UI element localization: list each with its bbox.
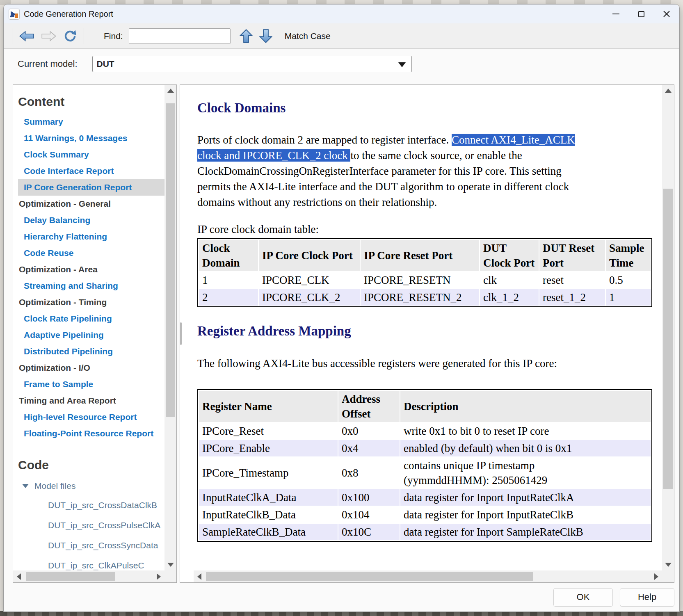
back-button[interactable]: [19, 30, 34, 42]
column-header: Sample Time: [606, 240, 651, 271]
model-file-link[interactable]: DUT_ip_src_CrossDataClkB: [13, 495, 164, 515]
clock-table-caption: IP core clock domain table:: [197, 223, 655, 236]
scroll-up-arrow[interactable]: [164, 85, 176, 96]
register-mapping-heading: Register Address Mapping: [197, 324, 655, 339]
sidebar-item-ip-core-generation-report[interactable]: IP Core Generation Report: [18, 179, 164, 196]
scroll-left-arrow[interactable]: [194, 570, 205, 582]
sidebar-item-hierarchy-flattening[interactable]: Hierarchy Flattening: [13, 228, 164, 245]
scroll-up-arrow[interactable]: [662, 85, 674, 96]
code-generation-report-window: Code Generation Report: [3, 4, 680, 612]
sidebar-item-frame-to-sample[interactable]: Frame to Sample: [13, 376, 164, 392]
toolbar-separator: [12, 28, 12, 44]
panel-splitter-handle[interactable]: [180, 322, 182, 345]
table-cell: reset_1_2: [539, 289, 605, 306]
table-cell: data register for Inport InputRateClkA: [400, 489, 651, 506]
sidebar-vertical-scrollbar[interactable]: [164, 85, 176, 570]
sidebar-item-code-interface-report[interactable]: Code Interface Report: [13, 163, 164, 179]
register-mapping-paragraph: The following AXI4-Lite bus accessible r…: [197, 356, 655, 371]
table-cell: 0x4: [338, 440, 400, 456]
current-model-value: DUT: [97, 59, 114, 69]
scrollbar-thumb[interactable]: [26, 572, 115, 581]
minimize-button[interactable]: [603, 5, 628, 23]
back-arrow-icon: [19, 30, 34, 42]
register-address-table: Register NameAddress OffsetDescriptionIP…: [197, 389, 652, 542]
table-cell: write 0x1 to bit 0 to reset IP core: [400, 423, 651, 439]
table-cell: 1: [606, 289, 651, 306]
paragraph-line: domains without any restrictions on thei…: [197, 194, 655, 210]
match-case-toggle[interactable]: Match Case: [281, 30, 334, 43]
table-cell: IPCORE_RESETN_2: [361, 289, 479, 306]
sidebar-item-clock-rate-pipelining[interactable]: Clock Rate Pipelining: [13, 310, 164, 327]
scroll-right-arrow[interactable]: [651, 570, 662, 582]
main-area: Content Summary11 Warnings, 0 MessagesCl…: [4, 78, 679, 583]
table-cell: IPCORE_CLK: [259, 272, 360, 288]
scrollbar-thumb[interactable]: [166, 103, 175, 417]
toolbar: Find: Match Case: [4, 23, 679, 49]
navigation-list: Content Summary11 Warnings, 0 MessagesCl…: [13, 85, 164, 572]
sidebar-item-delay-balancing[interactable]: Delay Balancing: [13, 212, 164, 228]
clock-domain-table: Clock DomainIP Core Clock PortIP Core Re…: [197, 238, 652, 307]
column-header: IP Core Clock Port: [259, 240, 360, 271]
model-files-group[interactable]: Model files: [13, 477, 164, 495]
find-next-button[interactable]: [259, 29, 272, 43]
sidebar-item-timing-and-area-report: Timing and Area Report: [13, 392, 164, 409]
report-horizontal-scrollbar[interactable]: [194, 570, 662, 582]
report-vertical-scrollbar[interactable]: [662, 85, 674, 570]
table-row: 2IPCORE_CLK_2IPCORE_RESETN_2clk_1_2reset…: [199, 289, 651, 306]
sidebar-item-high-level-resource-report[interactable]: High-level Resource Report: [13, 409, 164, 425]
model-file-link[interactable]: DUT_ip_src_ClkAPulseC: [13, 555, 164, 572]
scroll-down-arrow[interactable]: [164, 559, 176, 570]
scroll-down-arrow[interactable]: [662, 559, 674, 570]
table-cell: reset: [539, 272, 605, 288]
scrollbar-thumb[interactable]: [663, 189, 673, 489]
code-heading: Code: [13, 442, 164, 477]
down-arrow-icon: [259, 29, 272, 43]
paragraph-text: ClockDomainCrossingOnRegisterInterface p…: [197, 165, 562, 177]
sidebar-item-floating-point-resource-report[interactable]: Floating-Point Resource Report: [13, 425, 164, 442]
scroll-left-arrow[interactable]: [13, 570, 25, 582]
model-file-link[interactable]: DUT_ip_src_CrossSyncData: [13, 535, 164, 555]
paragraph-line: ClockDomainCrossingOnRegisterInterface p…: [197, 163, 655, 179]
sidebar-item-11-warnings-0-messages[interactable]: 11 Warnings, 0 Messages: [13, 130, 164, 146]
column-header: Description: [400, 391, 651, 422]
model-file-link[interactable]: DUT_ip_src_CrossPulseClkA: [13, 515, 164, 535]
refresh-button[interactable]: [63, 30, 77, 43]
sidebar-item-summary[interactable]: Summary: [13, 114, 164, 130]
sidebar-item-adaptive-pipelining[interactable]: Adaptive Pipelining: [13, 327, 164, 343]
table-cell: IPCore_Enable: [199, 440, 338, 456]
sidebar-horizontal-scrollbar[interactable]: [13, 570, 164, 582]
sidebar-item-streaming-and-sharing[interactable]: Streaming and Sharing: [13, 278, 164, 294]
help-button[interactable]: Help: [620, 588, 674, 607]
table-cell: 0.5: [606, 272, 651, 288]
find-input[interactable]: [129, 28, 231, 44]
forward-button[interactable]: [41, 30, 57, 42]
sidebar-item-clock-summary[interactable]: Clock Summary: [13, 146, 164, 163]
column-header: DUT Clock Port: [480, 240, 539, 271]
collapse-triangle-icon: [22, 484, 29, 488]
sidebar-item-code-reuse[interactable]: Code Reuse: [13, 245, 164, 261]
column-header: Address Offset: [338, 391, 400, 422]
scroll-right-arrow[interactable]: [153, 570, 164, 582]
paragraph-line: permits the AXI4-Lite interface and the …: [197, 179, 655, 194]
scrollbar-thumb[interactable]: [206, 572, 533, 581]
current-model-select[interactable]: DUT: [92, 56, 412, 72]
table-row: IPCore_Timestamp0x8contains unique IP ti…: [199, 457, 651, 488]
maximize-button[interactable]: [628, 5, 654, 23]
dialog-footer: OK Help: [4, 583, 679, 611]
find-previous-button[interactable]: [240, 29, 253, 43]
paragraph-text: domains without any restrictions on thei…: [197, 196, 437, 208]
table-cell: 0x8: [338, 457, 400, 488]
toolbar-separator: [84, 28, 84, 44]
table-cell: contains unique IP timestamp(yymmddHHMM)…: [400, 457, 651, 488]
ok-button[interactable]: OK: [553, 588, 613, 607]
column-header: IP Core Reset Port: [361, 240, 479, 271]
close-button[interactable]: [654, 5, 679, 23]
table-cell: IPCore_Reset: [199, 423, 338, 439]
sidebar-item-distributed-pipelining[interactable]: Distributed Pipelining: [13, 343, 164, 360]
table-cell: SampleRateClkB_Data: [199, 524, 338, 540]
navigation-panel: Content Summary11 Warnings, 0 MessagesCl…: [13, 84, 177, 583]
table-cell: clk: [480, 272, 539, 288]
clock-domains-heading: Clock Domains: [197, 100, 655, 116]
minimize-icon: [612, 14, 619, 14]
content-heading: Content: [13, 85, 164, 114]
